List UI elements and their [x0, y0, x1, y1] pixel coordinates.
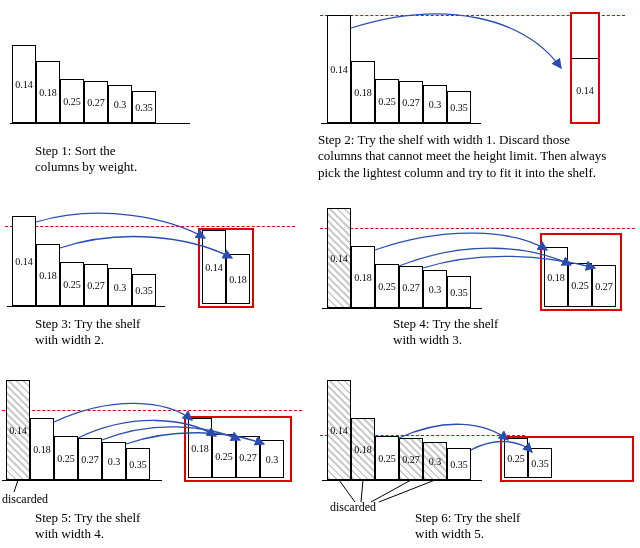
- column-3: 0.25: [375, 264, 399, 308]
- col-label: 0.27: [87, 280, 105, 291]
- shelf-col-1: 0.18: [544, 247, 568, 307]
- caption-step-4: Step 4: Try the shelf with width 3.: [393, 316, 498, 349]
- col-label: 0.25: [63, 279, 81, 290]
- col-label: 0.27: [595, 281, 613, 292]
- col-label: 0.25: [378, 281, 396, 292]
- col-label: 0.14: [330, 64, 348, 75]
- col-label: 0.35: [450, 102, 468, 113]
- column-1-discarded: 0.14: [327, 208, 351, 308]
- column-1-discarded: 0.14: [6, 380, 30, 480]
- column-5-discarded: 0.3: [423, 442, 447, 480]
- col-label: 0.27: [402, 454, 420, 465]
- caption-step-6: Step 6: Try the shelf with width 5.: [415, 510, 520, 543]
- panel-step-2: 0.14 0.18 0.25 0.27 0.3 0.35 0.14: [325, 8, 625, 138]
- column-1-discarded: 0.14: [327, 380, 351, 480]
- column-5: 0.3: [423, 270, 447, 308]
- shelf-col-3: 0.27: [592, 265, 616, 307]
- col-label: 0.35: [135, 285, 153, 296]
- shelf-col-2: 0.35: [528, 448, 552, 478]
- column-4: 0.27: [399, 81, 423, 123]
- shelf-col-2: 0.25: [212, 434, 236, 478]
- column-3: 0.25: [60, 262, 84, 306]
- discarded-label-step-5: discarded: [2, 492, 48, 507]
- svg-line-2: [361, 480, 363, 502]
- column-5: 0.3: [102, 442, 126, 480]
- column-5: 0.3: [108, 268, 132, 306]
- svg-line-3: [371, 480, 411, 502]
- shelf-col-1: 0.18: [188, 418, 212, 478]
- col-label: 0.18: [354, 87, 372, 98]
- shelf-col-2: 0.25: [568, 263, 592, 307]
- col-label: 0.18: [547, 272, 565, 283]
- column-2: 0.18: [36, 244, 60, 306]
- col-label: 0.25: [63, 96, 81, 107]
- svg-line-0: [14, 480, 18, 492]
- col-label: 0.25: [571, 280, 589, 291]
- column-1: 0.14: [327, 15, 351, 123]
- caption-step-5: Step 5: Try the shelf with width 4.: [35, 510, 140, 543]
- panel-step-4: 0.14 0.18 0.25 0.27 0.3 0.35 0.18 0.25 0…: [325, 200, 635, 320]
- col-label: 0.14: [205, 262, 223, 273]
- col-label: 0.18: [39, 87, 57, 98]
- column-1: 0.14: [12, 45, 36, 123]
- panel-step-6: 0.14 0.18 0.25 0.27 0.3 0.35 0.25 0.35: [325, 372, 640, 502]
- column-4: 0.27: [84, 264, 108, 306]
- column-3: 0.25: [60, 79, 84, 123]
- column-4: 0.27: [399, 266, 423, 308]
- column-6: 0.35: [132, 91, 156, 123]
- col-label: 0.3: [114, 282, 127, 293]
- col-label: 0.27: [402, 282, 420, 293]
- col-label: 0.18: [354, 444, 372, 455]
- col-label: 0.3: [108, 456, 121, 467]
- col-label: 0.14: [15, 79, 33, 90]
- column-3: 0.25: [375, 79, 399, 123]
- ground-line: [7, 306, 165, 307]
- column-4-discarded: 0.27: [399, 438, 423, 480]
- column-6: 0.35: [447, 91, 471, 123]
- shelf-width-4: 0.18 0.25 0.27 0.3: [184, 416, 292, 482]
- col-label: 0.35: [135, 102, 153, 113]
- panel-step-5: 0.14 0.18 0.25 0.27 0.3 0.35 0.18 0.25 0…: [2, 370, 302, 490]
- ground-line: [321, 123, 481, 124]
- column-4: 0.27: [84, 81, 108, 123]
- column-2: 0.18: [351, 61, 375, 123]
- column-6: 0.35: [126, 448, 150, 480]
- col-label: 0.25: [57, 453, 75, 464]
- shelf-col-3: 0.27: [236, 436, 260, 478]
- shelf-col-1: 0.25: [504, 438, 528, 478]
- caption-step-3: Step 3: Try the shelf with width 2.: [35, 316, 140, 349]
- column-5: 0.3: [108, 85, 132, 123]
- col-label: 0.3: [114, 99, 127, 110]
- column-2: 0.18: [30, 418, 54, 480]
- shelf-width-1: 0.14: [570, 12, 600, 124]
- col-label: 0.25: [378, 453, 396, 464]
- column-2: 0.18: [351, 246, 375, 308]
- svg-line-1: [339, 480, 355, 502]
- col-label: 0.35: [450, 459, 468, 470]
- column-6: 0.35: [132, 274, 156, 306]
- column-3: 0.25: [375, 436, 399, 480]
- col-label: 0.35: [129, 459, 147, 470]
- col-label: 0.27: [239, 452, 257, 463]
- col-label: 0.18: [229, 274, 247, 285]
- col-label: 0.27: [81, 454, 99, 465]
- shelf-col-1: 0.14: [574, 60, 596, 120]
- col-label: 0.18: [39, 270, 57, 281]
- col-label: 0.3: [429, 456, 442, 467]
- col-label: 0.18: [354, 272, 372, 283]
- column-6: 0.35: [447, 276, 471, 308]
- col-label: 0.14: [9, 425, 27, 436]
- col-label: 0.27: [402, 97, 420, 108]
- col-label: 0.18: [191, 443, 209, 454]
- col-label: 0.3: [429, 284, 442, 295]
- shelf-col-2: 0.18: [226, 254, 250, 304]
- column-1: 0.14: [12, 216, 36, 306]
- column-4: 0.27: [78, 438, 102, 480]
- shelf-col-4: 0.3: [260, 440, 284, 478]
- height-limit-line: [320, 228, 635, 229]
- col-label: 0.25: [507, 453, 525, 464]
- col-label: 0.14: [330, 253, 348, 264]
- column-2: 0.18: [36, 61, 60, 123]
- ground-line: [10, 123, 190, 124]
- col-label: 0.25: [215, 451, 233, 462]
